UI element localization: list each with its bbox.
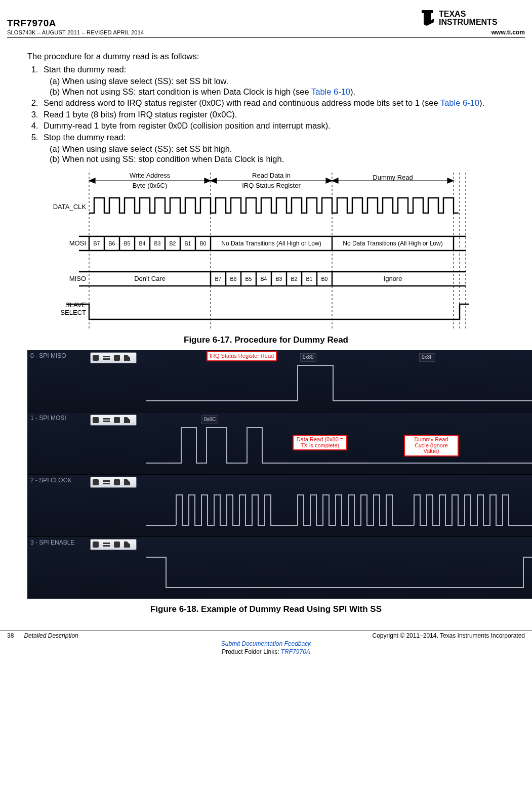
svg-text:B1: B1 xyxy=(306,276,312,282)
la-ch0-toolbar xyxy=(90,352,137,363)
figure-6-17-timing-diagram: Write Address Byte (0x6C) Read Data in I… xyxy=(49,173,484,329)
svg-text:B6: B6 xyxy=(230,276,236,282)
svg-text:Write Address: Write Address xyxy=(129,173,170,179)
figure-6-18-logic-analyzer: 0 - SPI MISO 0x80 0x3F IRQ Status Regist… xyxy=(27,350,532,599)
svg-text:TEXAS: TEXAS xyxy=(439,10,466,18)
folder-label: Product Folder Links: xyxy=(222,648,281,655)
svg-text:B4: B4 xyxy=(260,276,267,282)
step-3: Read 1 byte (8 bits) from IRQ status reg… xyxy=(40,109,505,120)
page-footer: 38 Detailed Description Copyright © 2011… xyxy=(0,631,532,660)
svg-text:B3: B3 xyxy=(154,240,160,246)
svg-text:B3: B3 xyxy=(275,276,282,282)
la-ch2-label: 2 - SPI CLOCK xyxy=(30,477,71,484)
svg-rect-77 xyxy=(93,542,99,548)
la-ch3-toolbar xyxy=(90,539,137,550)
svg-marker-16 xyxy=(447,178,454,183)
svg-text:B0: B0 xyxy=(321,276,328,282)
step-5: Stop the dummy read: (a) When using slav… xyxy=(40,132,505,164)
svg-rect-72 xyxy=(114,355,120,361)
step-5b: (b) When not using SS: stop condition wh… xyxy=(50,154,505,164)
la-miso-byte-1: 0x80 xyxy=(300,353,316,362)
copyright: Copyright © 2011–2014, Texas Instruments… xyxy=(373,632,525,640)
intro-text: The procedure for a dummy read is as fol… xyxy=(27,51,505,62)
svg-text:B7: B7 xyxy=(215,276,221,282)
la-ch2-toolbar xyxy=(90,477,137,488)
svg-rect-78 xyxy=(114,542,120,548)
submit-feedback-link[interactable]: Submit Documentation Feedback xyxy=(221,640,311,647)
svg-text:B2: B2 xyxy=(291,276,297,282)
step-1b: (b) When not using SS: start condition i… xyxy=(50,87,505,97)
svg-text:B1: B1 xyxy=(184,240,191,246)
step-4: Dummy-read 1 byte from register 0x0D (co… xyxy=(40,120,505,131)
svg-marker-9 xyxy=(89,178,95,183)
svg-marker-15 xyxy=(332,178,338,183)
svg-text:B6: B6 xyxy=(108,240,115,246)
doc-revision: SLOS743K – AUGUST 2011 – REVISED APRIL 2… xyxy=(7,29,144,36)
svg-marker-10 xyxy=(204,178,211,183)
svg-text:MOSI: MOSI xyxy=(69,239,86,247)
svg-text:B0: B0 xyxy=(199,240,206,246)
svg-text:INSTRUMENTS: INSTRUMENTS xyxy=(439,18,498,26)
svg-text:B7: B7 xyxy=(93,240,100,246)
svg-rect-73 xyxy=(93,417,99,423)
la-mosi-byte: 0x6C xyxy=(201,415,218,424)
body-content: The procedure for a dummy read is as fol… xyxy=(7,38,525,625)
step-5a: (a) When using slave select (SS): set SS… xyxy=(50,144,505,154)
la-miso-byte-2: 0x3F xyxy=(419,353,435,362)
svg-text:B5: B5 xyxy=(245,276,252,282)
svg-text:B2: B2 xyxy=(169,240,176,246)
section-name: Detailed Description xyxy=(24,632,78,639)
svg-rect-71 xyxy=(93,355,99,361)
la-callout-dummy: Dummy Read Cycle (Ignore Value) xyxy=(404,435,459,456)
svg-rect-76 xyxy=(114,479,120,485)
svg-text:SELECT: SELECT xyxy=(60,309,86,316)
svg-rect-74 xyxy=(114,417,120,423)
svg-text:DATA_CLK: DATA_CLK xyxy=(53,203,86,211)
table-6-10-link[interactable]: Table 6-10 xyxy=(440,98,479,107)
svg-rect-75 xyxy=(93,479,99,485)
svg-text:SLAVE: SLAVE xyxy=(65,301,86,309)
svg-text:B4: B4 xyxy=(139,240,145,246)
svg-text:MISO: MISO xyxy=(69,275,86,282)
svg-text:Don't Care: Don't Care xyxy=(134,275,166,282)
svg-text:No Data Transitions (All High : No Data Transitions (All High or Low) xyxy=(343,240,442,247)
la-callout-data: Data Read (0x80 = TX is complete) xyxy=(293,435,347,450)
svg-marker-13 xyxy=(326,178,332,183)
step-1: Start the dummy read: (a) When using sla… xyxy=(40,64,505,97)
svg-text:Byte (0x6C): Byte (0x6C) xyxy=(132,182,167,189)
figure-6-17-caption: Figure 6-17. Procedure for Dummy Read xyxy=(27,335,505,345)
svg-text:No Data Transitions (All High : No Data Transitions (All High or Low) xyxy=(221,240,321,247)
svg-text:Dummy Read: Dummy Read xyxy=(373,174,413,181)
ti-logo-icon: TEXAS INSTRUMENTS xyxy=(419,9,525,29)
part-number: TRF7970A xyxy=(7,17,144,29)
la-ch0-label: 0 - SPI MISO xyxy=(30,352,66,360)
svg-text:IRQ Status Register: IRQ Status Register xyxy=(242,182,301,189)
product-folder-link[interactable]: TRF7970A xyxy=(281,648,310,655)
la-ch3-label: 3 - SPI ENABLE xyxy=(30,539,74,547)
step-2: Send address word to IRQ status register… xyxy=(40,98,505,108)
la-ch1-toolbar xyxy=(90,414,137,426)
svg-text:Ignore: Ignore xyxy=(383,275,402,282)
site-url: www.ti.com xyxy=(419,29,525,36)
svg-text:B5: B5 xyxy=(124,240,130,246)
step-1a: (a) When using slave select (SS): set SS… xyxy=(50,76,505,87)
table-6-10-link[interactable]: Table 6-10 xyxy=(311,87,350,96)
page-header: TRF7970A SLOS743K – AUGUST 2011 – REVISE… xyxy=(7,9,525,38)
svg-marker-12 xyxy=(211,178,217,183)
page-number: 38 xyxy=(7,632,14,639)
svg-text:Read Data in: Read Data in xyxy=(252,173,291,179)
la-callout-irq: IRQ Status Register Read xyxy=(207,351,277,361)
figure-6-18-caption: Figure 6-18. Example of Dummy Read Using… xyxy=(27,604,505,614)
la-ch1-label: 1 - SPI MOSI xyxy=(30,414,66,422)
